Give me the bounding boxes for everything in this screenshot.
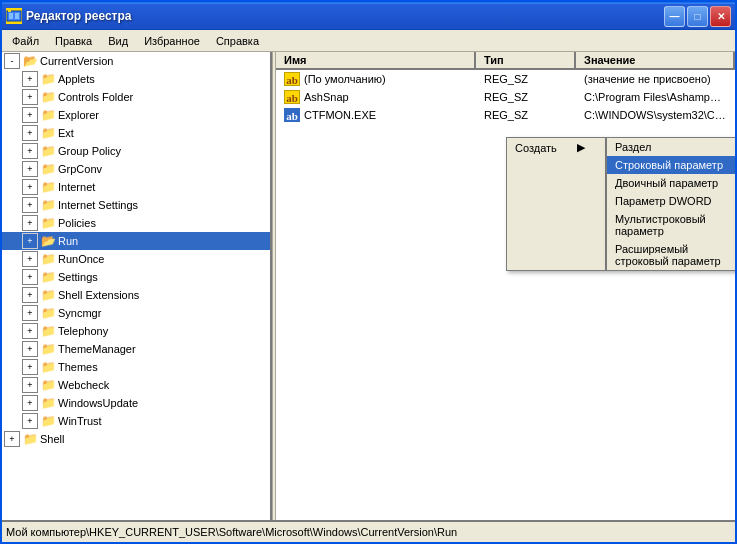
folder-icon: 📁: [40, 125, 56, 141]
cell-type: REG_SZ: [476, 108, 576, 122]
tree-item-webcheck[interactable]: + 📁 Webcheck: [2, 376, 270, 394]
tree-item-shellextensions[interactable]: + 📁 Shell Extensions: [2, 286, 270, 304]
tree-item-internetsettings[interactable]: + 📁 Internet Settings: [2, 196, 270, 214]
expander-icon[interactable]: -: [4, 53, 20, 69]
tree-item-applets[interactable]: + 📁 Applets: [2, 70, 270, 88]
submenu-item-binary[interactable]: Двоичный параметр: [607, 174, 735, 192]
folder-icon: 📁: [40, 395, 56, 411]
table-row[interactable]: ab AshSnap REG_SZ C:\Program Files\Asham…: [276, 88, 735, 106]
submenu-item-string[interactable]: Строковый параметр: [607, 156, 735, 174]
menu-favorites[interactable]: Избранное: [136, 33, 208, 49]
expander-icon[interactable]: +: [22, 287, 38, 303]
submenu-item-multistring[interactable]: Мультистроковый параметр: [607, 210, 735, 240]
tree-label: Shell Extensions: [58, 289, 139, 301]
cell-name: ab CTFMON.EXE: [276, 107, 476, 123]
tree-item-internet[interactable]: + 📁 Internet: [2, 178, 270, 196]
folder-icon: 📁: [40, 269, 56, 285]
folder-icon: 📁: [22, 431, 38, 447]
folder-icon: 📁: [40, 197, 56, 213]
submenu-item-expandstring[interactable]: Расширяемый строковый параметр: [607, 240, 735, 270]
tree-label: Group Policy: [58, 145, 121, 157]
tree-label: GrpConv: [58, 163, 102, 175]
submenu-item-section[interactable]: Раздел: [607, 138, 735, 156]
column-header-type[interactable]: Тип: [476, 52, 576, 68]
expander-icon[interactable]: +: [22, 179, 38, 195]
tree-item-grpconv[interactable]: + 📁 GrpConv: [2, 160, 270, 178]
reg-value-icon: ab: [284, 72, 300, 86]
folder-icon: 📁: [40, 179, 56, 195]
folder-icon: 📁: [40, 323, 56, 339]
menu-view[interactable]: Вид: [100, 33, 136, 49]
expander-icon[interactable]: +: [22, 197, 38, 213]
menu-file[interactable]: Файл: [4, 33, 47, 49]
folder-icon: 📁: [40, 251, 56, 267]
minimize-button[interactable]: —: [664, 6, 685, 27]
tree-label: WinTrust: [58, 415, 102, 427]
table-row[interactable]: ab CTFMON.EXE REG_SZ C:\WINDOWS\system32…: [276, 106, 735, 124]
cell-type: REG_SZ: [476, 90, 576, 104]
folder-icon: 📁: [40, 305, 56, 321]
statusbar: Мой компьютер\HKEY_CURRENT_USER\Software…: [2, 520, 735, 542]
reg-value-icon: ab: [284, 108, 300, 122]
tree-item-runonce[interactable]: + 📁 RunOnce: [2, 250, 270, 268]
context-menu-item-create[interactable]: Создать ▶: [507, 138, 605, 157]
folder-icon: 📁: [40, 215, 56, 231]
tree-item-wintrust[interactable]: + 📁 WinTrust: [2, 412, 270, 430]
expander-icon[interactable]: +: [22, 359, 38, 375]
column-header-value[interactable]: Значение: [576, 52, 735, 68]
tree-item-currentversion[interactable]: - 📂 CurrentVersion: [2, 52, 270, 70]
tree-item-ext[interactable]: + 📁 Ext: [2, 124, 270, 142]
expander-icon[interactable]: +: [22, 305, 38, 321]
expander-icon[interactable]: +: [22, 71, 38, 87]
column-header-name[interactable]: Имя: [276, 52, 476, 68]
tree-item-grouppolicy[interactable]: + 📁 Group Policy: [2, 142, 270, 160]
tree-item-settings[interactable]: + 📁 Settings: [2, 268, 270, 286]
expander-icon[interactable]: +: [22, 107, 38, 123]
tree-item-themes[interactable]: + 📁 Themes: [2, 358, 270, 376]
tree-item-explorer[interactable]: + 📁 Explorer: [2, 106, 270, 124]
tree-item-thememanager[interactable]: + 📁 ThemeManager: [2, 340, 270, 358]
tree-item-run[interactable]: + 📂 Run: [2, 232, 270, 250]
tree-item-shell[interactable]: + 📁 Shell: [2, 430, 270, 448]
expander-icon[interactable]: +: [22, 215, 38, 231]
expander-icon[interactable]: +: [22, 395, 38, 411]
submenu: Раздел Строковый параметр Двоичный парам…: [606, 137, 735, 271]
svg-rect-3: [8, 9, 11, 12]
maximize-button[interactable]: □: [687, 6, 708, 27]
expander-icon[interactable]: +: [22, 233, 38, 249]
menu-help[interactable]: Справка: [208, 33, 267, 49]
expander-icon[interactable]: +: [22, 89, 38, 105]
expander-icon[interactable]: +: [22, 377, 38, 393]
expander-icon[interactable]: +: [22, 125, 38, 141]
submenu-item-dword[interactable]: Параметр DWORD: [607, 192, 735, 210]
tree-item-policies[interactable]: + 📁 Policies: [2, 214, 270, 232]
tree-item-windowsupdate[interactable]: + 📁 WindowsUpdate: [2, 394, 270, 412]
tree-item-controlsfolder[interactable]: + 📁 Controls Folder: [2, 88, 270, 106]
main-window: Редактор реестра — □ ✕ Файл Правка Вид И…: [0, 0, 737, 544]
context-menu-container: Создать ▶ Раздел Строковый параметр Двои…: [506, 137, 735, 271]
folder-icon: 📁: [40, 143, 56, 159]
expander-icon[interactable]: +: [22, 269, 38, 285]
expander-icon[interactable]: +: [22, 251, 38, 267]
expander-icon[interactable]: +: [22, 413, 38, 429]
context-menu: Создать ▶: [506, 137, 606, 271]
titlebar: Редактор реестра — □ ✕: [2, 2, 735, 30]
expander-icon[interactable]: +: [22, 143, 38, 159]
menu-edit[interactable]: Правка: [47, 33, 100, 49]
tree-panel[interactable]: - 📂 CurrentVersion + 📁 Applets + 📁 Contr…: [2, 52, 272, 520]
folder-icon: 📂: [22, 53, 38, 69]
expander-icon[interactable]: +: [22, 323, 38, 339]
tree-label: Themes: [58, 361, 98, 373]
tree-item-syncmgr[interactable]: + 📁 Syncmgr: [2, 304, 270, 322]
cell-name: ab (По умолчанию): [276, 71, 476, 87]
expander-icon[interactable]: +: [22, 341, 38, 357]
tree-label: Run: [58, 235, 78, 247]
close-button[interactable]: ✕: [710, 6, 731, 27]
statusbar-text: Мой компьютер\HKEY_CURRENT_USER\Software…: [6, 526, 731, 538]
table-row[interactable]: ab (По умолчанию) REG_SZ (значение не пр…: [276, 70, 735, 88]
tree-label: Ext: [58, 127, 74, 139]
tree-item-telephony[interactable]: + 📁 Telephony: [2, 322, 270, 340]
expander-icon[interactable]: +: [22, 161, 38, 177]
svg-rect-1: [9, 13, 13, 19]
expander-icon[interactable]: +: [4, 431, 20, 447]
